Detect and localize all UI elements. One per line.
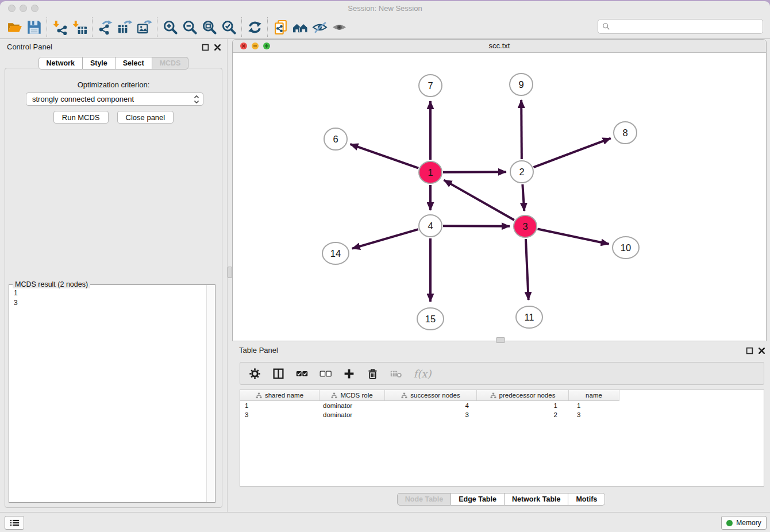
memory-status-dot <box>726 520 733 526</box>
import-table-icon <box>72 20 87 35</box>
network-title: scc.txt <box>233 41 766 50</box>
graph-node-14[interactable]: 14 <box>322 242 349 264</box>
graph-edge-1-6[interactable] <box>350 144 418 168</box>
first-neighbors-button[interactable] <box>290 17 310 37</box>
graph-node-8[interactable]: 8 <box>614 122 637 144</box>
zoom-selected-icon <box>221 20 237 35</box>
tab-edge-table[interactable]: Edge Table <box>451 493 505 506</box>
function-builder-button: f(x) <box>412 366 433 381</box>
graph-edge-2-3[interactable] <box>522 184 524 211</box>
hide-eye-icon <box>312 20 328 35</box>
table-cell: 1 <box>240 401 319 410</box>
tab-style[interactable]: Style <box>83 57 116 70</box>
import-network-button[interactable] <box>50 17 70 37</box>
zoom-in-button[interactable] <box>160 17 180 37</box>
select-all-button[interactable] <box>294 366 309 381</box>
control-panel-tabs: NetworkStyleSelectMCDS <box>38 57 189 70</box>
table-cell: dominator <box>319 401 385 410</box>
vertical-splitter[interactable] <box>228 39 232 341</box>
graph-node-9[interactable]: 9 <box>510 74 533 95</box>
delete-column-button[interactable] <box>365 366 380 381</box>
column-header-MCDS-role[interactable]: MCDS role <box>319 390 385 401</box>
tab-select[interactable]: Select <box>116 57 152 70</box>
table-settings-button[interactable] <box>247 366 262 381</box>
graph-node-11[interactable]: 11 <box>516 306 542 328</box>
graph-node-10[interactable]: 10 <box>613 237 639 259</box>
svg-text:3: 3 <box>522 221 528 232</box>
graph-edge-3-1[interactable] <box>444 180 514 220</box>
window-title: Session: New Session <box>0 4 770 13</box>
column-header-name[interactable]: name <box>569 390 619 401</box>
mcds-result-item: 3 <box>14 298 202 308</box>
search-field[interactable] <box>598 19 763 34</box>
graph-node-2[interactable]: 2 <box>510 161 533 183</box>
graph-node-1[interactable]: 1 <box>419 161 442 183</box>
task-history-button[interactable] <box>5 516 24 530</box>
open-file-button[interactable] <box>5 17 24 37</box>
graph-node-7[interactable]: 7 <box>419 75 442 97</box>
search-input[interactable] <box>613 22 763 32</box>
criterion-dropdown[interactable]: strongly connected component <box>26 92 203 106</box>
graph-edge-3-10[interactable] <box>538 229 609 244</box>
hide-selected-button[interactable] <box>310 17 329 37</box>
column-header-shared-name[interactable]: shared name <box>240 390 319 401</box>
graph-node-3[interactable]: 3 <box>514 215 537 237</box>
tab-motifs[interactable]: Motifs <box>568 493 605 506</box>
zoom-selected-button[interactable] <box>219 17 238 37</box>
graph-node-6[interactable]: 6 <box>324 128 347 150</box>
network-canvas[interactable]: 7968124314101511 <box>233 52 766 341</box>
import-table-button[interactable] <box>70 17 89 37</box>
column-header-successor-nodes[interactable]: successor nodes <box>385 390 477 401</box>
chevron-updown-icon <box>194 95 199 104</box>
add-column-button[interactable] <box>341 366 356 381</box>
deselect-all-button[interactable] <box>318 366 333 381</box>
graph-edge-3-11[interactable] <box>526 239 529 300</box>
graph-edge-2-8[interactable] <box>534 138 611 168</box>
graph-edge-4-14[interactable] <box>352 229 418 248</box>
tab-node-table[interactable]: Node Table <box>397 493 451 506</box>
run-mcds-button[interactable]: Run MCDS <box>53 111 109 124</box>
export-image-button[interactable] <box>134 17 154 37</box>
export-table-button[interactable] <box>115 17 134 37</box>
tab-network-table[interactable]: Network Table <box>505 493 569 506</box>
save-session-button[interactable] <box>24 17 44 37</box>
graph-node-15[interactable]: 15 <box>417 308 444 330</box>
clone-network-button[interactable] <box>271 17 290 37</box>
mcds-result-group: MCDS result (2 nodes) 13 <box>9 284 215 503</box>
result-scrollbar[interactable] <box>206 285 215 502</box>
export-network-button[interactable] <box>95 17 115 37</box>
table-panel-title: Table Panel <box>239 346 278 354</box>
svg-text:9: 9 <box>518 79 523 90</box>
select-all-icon <box>296 368 308 380</box>
memory-button[interactable]: Memory <box>721 516 767 530</box>
close-panel-button[interactable]: Close panel <box>117 111 174 124</box>
horizontal-splitter-handle[interactable] <box>496 337 505 343</box>
tab-network[interactable]: Network <box>38 57 83 70</box>
table-row[interactable]: 1dominator411 <box>240 401 764 410</box>
plus-icon <box>343 368 355 380</box>
tab-mcds[interactable]: MCDS <box>152 57 189 70</box>
main-toolbar <box>0 16 770 39</box>
zoom-fit-button[interactable] <box>199 17 219 37</box>
svg-text:7: 7 <box>428 80 433 91</box>
close-panel-icon[interactable] <box>214 43 221 51</box>
export-table-icon <box>117 20 133 35</box>
float-table-panel-icon[interactable] <box>746 346 753 354</box>
graph-edge-4-3[interactable] <box>443 226 510 226</box>
toggle-column-button[interactable] <box>271 366 286 381</box>
float-panel-icon[interactable] <box>202 43 209 51</box>
refresh-layout-button[interactable] <box>245 17 264 37</box>
column-header-predecessor-nodes[interactable]: predecessor nodes <box>477 390 569 401</box>
graph-edge-1-2[interactable] <box>443 172 506 172</box>
table-cell: 4 <box>385 401 477 410</box>
toolbar-separator <box>92 17 93 37</box>
table-row[interactable]: 3dominator323 <box>240 410 764 419</box>
svg-text:15: 15 <box>425 314 436 324</box>
zoom-out-button[interactable] <box>180 17 199 37</box>
graph-node-4[interactable]: 4 <box>419 215 442 237</box>
close-table-panel-icon[interactable] <box>758 346 765 354</box>
clone-network-icon <box>273 20 288 35</box>
show-all-button[interactable] <box>329 17 349 37</box>
graph-edge-2-9[interactable] <box>521 100 522 159</box>
zoom-out-icon <box>182 20 198 35</box>
